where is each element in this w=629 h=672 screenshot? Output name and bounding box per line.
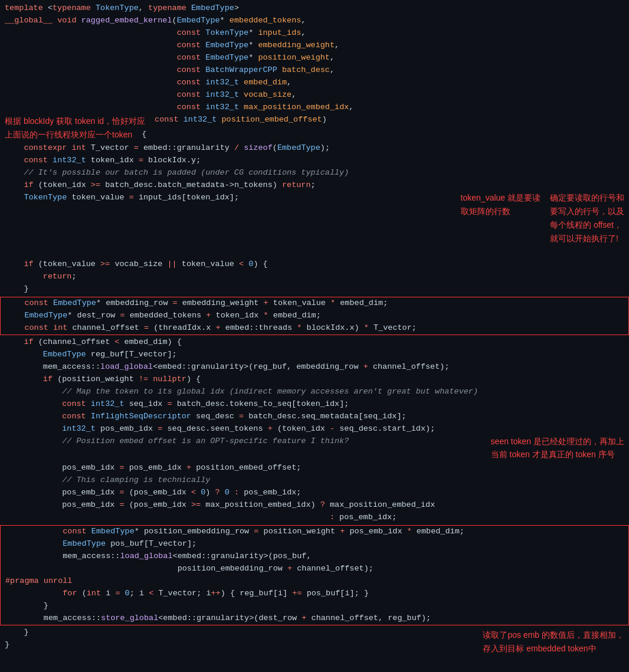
- line-pos-embed-comment: // Position embed offset is an OPT-speci…: [0, 435, 629, 463]
- code-line: const TokenType* input_ids,: [0, 27, 629, 40]
- code-line: [0, 246, 629, 258]
- line-brace-annotation: 上面说的一行线程块对应一个token {: [0, 129, 629, 142]
- code-line: // Map the token to its global idx (indi…: [0, 386, 629, 398]
- code-line: const int32_t position_embed_offset): [155, 114, 624, 126]
- highlight-border-2: const EmbedType* position_embedding_row …: [0, 525, 629, 625]
- code-line: const int32_t seq_idx = batch_desc.token…: [0, 398, 629, 411]
- code-line: pos_emb_idx = pos_emb_idx + position_emb…: [0, 462, 629, 474]
- code-line: if (token_value >= vocab_size || token_v…: [0, 258, 629, 271]
- keyword-template: template: [5, 2, 43, 15]
- code-line: }: [5, 639, 469, 651]
- code-line: // Position embed offset is an OPT-speci…: [5, 435, 481, 448]
- code-line: const int32_t vocab_size,: [0, 89, 629, 101]
- code-line: constexpr int T_vector = embed::granular…: [0, 142, 629, 155]
- code-line: }: [5, 627, 469, 639]
- code-line: if (channel_offset < embed_dim) {: [0, 336, 629, 349]
- code-line: }: [0, 283, 629, 296]
- code-line: const int32_t max_position_embed_idx,: [0, 101, 629, 114]
- code-line: mem_access::load_global<embed::granulari…: [0, 361, 629, 373]
- code-line: : pos_emb_idx;: [0, 512, 629, 524]
- highlight-block-1: const EmbedType* embedding_row = embeddi…: [0, 297, 629, 335]
- code-line: position_embedding_row + channel_offset)…: [1, 563, 628, 575]
- code-line: mem_access::store_global<embed::granular…: [1, 612, 628, 625]
- code-line: pos_emb_idx = (pos_emb_idx < 0) ? 0 : po…: [0, 487, 629, 499]
- annotation-determine-row: 确定要读取的行号和 要写入的行号，以及 每个线程的 offset， 就可以开始执…: [550, 193, 624, 243]
- code-line: __global__ void ragged_embed_kernel(Embe…: [0, 15, 629, 27]
- annotated-line-10: 根据 blockIdy 获取 token id，恰好对应 const int32…: [0, 114, 629, 129]
- code-line-brace: {: [142, 129, 624, 141]
- code-line: const BatchWrapperCPP batch_desc,: [0, 64, 629, 77]
- code-line: #pragma unroll: [1, 575, 628, 588]
- code-line: if (position_weight != nullptr) {: [0, 373, 629, 386]
- code-line-token-value: TokenType token_value = input_ids[token_…: [5, 192, 447, 204]
- highlight-block-2: const EmbedType* position_embedding_row …: [0, 525, 629, 625]
- code-line: pos_emb_idx = (pos_emb_idx >= max_positi…: [0, 499, 629, 512]
- code-editor: template <typename TokenType, typename E…: [0, 0, 629, 658]
- code-line: if (token_idx >= batch_desc.batch_metada…: [0, 179, 629, 192]
- code-line: }: [1, 600, 628, 612]
- code-line: int32_t pos_emb_idx = seq_desc.seen_toke…: [0, 423, 629, 435]
- annotation-one-block-token: 上面说的一行线程块对应一个token: [5, 130, 132, 139]
- annotation-seen-token: seen token 是已经处理过的，再加上 当前 token 才是真正的 to…: [491, 437, 624, 460]
- code-line: // It's possible our batch is padded (un…: [0, 167, 629, 179]
- code-line: EmbedType* dest_row = embedded_tokens + …: [1, 310, 628, 322]
- code-line: const EmbedType* embedding_weight,: [0, 40, 629, 52]
- annotation-pos-emb-footer: 读取了pos emb 的数值后，直接相加， 存入到目标 embedded tok…: [483, 630, 624, 653]
- code-line: template <typename TokenType, typename E…: [0, 2, 629, 15]
- code-line: return;: [0, 271, 629, 283]
- code-line: for (int i = 0; i < T_vector; i++) { reg…: [1, 588, 628, 600]
- annotation-blockidy: 根据 blockIdy 获取 token id，恰好对应: [5, 116, 145, 126]
- code-line: // This clamping is technically: [0, 474, 629, 487]
- closing-braces-section: } } 读取了pos emb 的数值后，直接相加， 存入到目标 embedded…: [0, 627, 629, 656]
- code-line: EmbedType pos_buf[T_vector];: [1, 538, 628, 550]
- code-line: mem_access::load_global<embed::granulari…: [1, 550, 628, 563]
- code-line: const EmbedType* embedding_row = embeddi…: [1, 297, 628, 310]
- code-line: const int channel_offset = (threadIdx.x …: [1, 322, 628, 335]
- code-line: EmbedType reg_buf[T_vector];: [0, 349, 629, 361]
- highlight-border-1: const EmbedType* embedding_row = embeddi…: [0, 297, 629, 335]
- code-line: const int32_t token_idx = blockIdx.y;: [0, 155, 629, 167]
- annotation-token-value: token_value 就是要读 取矩阵的行数: [461, 193, 540, 216]
- code-line: const int32_t embed_dim,: [0, 77, 629, 89]
- code-line: const EmbedType* position_weight,: [0, 52, 629, 64]
- code-line: const EmbedType* position_embedding_row …: [1, 526, 628, 538]
- code-line: const InflightSeqDescriptor seq_desc = b…: [0, 411, 629, 423]
- line-token-value: TokenType token_value = input_ids[token_…: [0, 192, 629, 246]
